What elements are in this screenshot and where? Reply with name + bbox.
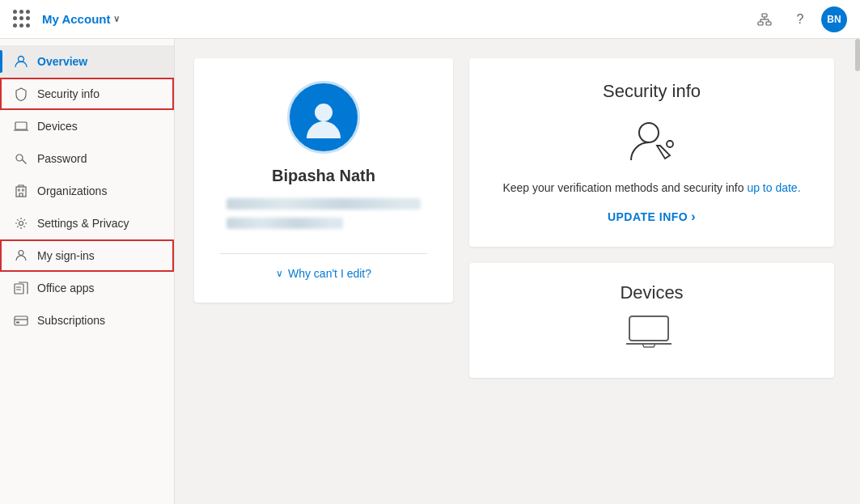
person-icon [13,53,29,70]
user-avatar-button[interactable]: BN [821,6,847,32]
sidebar-label-devices: Devices [37,120,78,133]
why-cant-edit-link[interactable]: ∨ Why can't I edit? [276,267,371,280]
blurred-email-line [227,198,421,210]
app-launcher-icon[interactable] [13,10,32,29]
sidebar-label-subscriptions: Subscriptions [37,314,105,327]
update-info-label: UPDATE INFO [608,210,688,223]
security-info-card: Security info Keep your verification met… [469,58,834,247]
svg-rect-18 [15,316,28,325]
sidebar-label-my-sign-ins: My sign-ins [37,249,95,262]
person-edit-icon [626,115,678,167]
devices-card-title: Devices [495,282,808,303]
chevron-down-icon: ∨ [113,14,120,24]
svg-rect-15 [15,284,23,294]
sidebar-item-overview[interactable]: Overview [0,45,174,78]
svg-rect-24 [629,316,668,341]
svg-rect-2 [766,22,771,25]
svg-point-21 [315,104,333,121]
scrollbar-thumb[interactable] [855,39,860,71]
profile-divider [220,253,427,254]
devices-icon-container [495,313,808,352]
profile-avatar [287,81,360,154]
help-button[interactable]: ? [786,5,815,34]
network-icon-button[interactable] [750,5,779,34]
profile-email-blurred [227,198,421,237]
header-title[interactable]: My Account ∨ [42,12,120,26]
svg-point-14 [19,251,23,256]
svg-rect-12 [23,189,24,191]
chevron-down-small-icon: ∨ [276,268,283,279]
scrollbar[interactable] [854,39,860,504]
why-link-text: Why can't I edit? [288,267,371,280]
sidebar-label-organizations: Organizations [37,184,107,197]
svg-point-13 [19,222,23,226]
svg-rect-0 [762,14,767,17]
sidebar: Overview Security info Devices [0,39,175,504]
security-info-description: Keep your verification methods and secur… [495,180,808,197]
main-layout: Overview Security info Devices [0,39,860,504]
security-info-icon-container [495,115,808,167]
sidebar-item-organizations[interactable]: Organizations [0,175,174,207]
settings-icon [13,215,29,231]
question-icon: ? [797,12,804,27]
shield-icon [13,86,29,102]
sidebar-label-security-info: Security info [37,87,100,100]
profile-name: Bipasha Nath [272,167,375,185]
sidebar-item-devices[interactable]: Devices [0,110,174,142]
sidebar-item-subscriptions[interactable]: Subscriptions [0,304,174,337]
right-cards-column: Security info Keep your verification met… [469,58,834,378]
profile-card: Bipasha Nath ∨ Why can't I edit? [194,58,453,303]
svg-point-22 [639,123,659,142]
key-icon [13,150,29,167]
sidebar-item-my-sign-ins[interactable]: My sign-ins [0,239,174,272]
header-title-text: My Account [42,12,110,26]
laptop-devices-icon [626,313,678,352]
svg-point-9 [16,155,23,161]
card-icon [13,312,29,328]
sidebar-label-settings-privacy: Settings & Privacy [37,217,129,230]
svg-rect-10 [16,187,26,197]
devices-card: Devices [469,263,834,378]
blurred-info-line [227,218,343,229]
svg-point-23 [667,141,673,147]
building-icon [13,183,29,199]
sidebar-label-overview: Overview [37,55,87,68]
sidebar-label-office-apps: Office apps [37,282,95,294]
avatar-initials: BN [827,14,841,25]
header: My Account ∨ ? BN [0,0,860,39]
sidebar-label-password: Password [37,152,87,165]
person-shield-icon [13,248,29,264]
svg-rect-1 [758,22,763,25]
update-info-link[interactable]: UPDATE INFO › [495,210,808,224]
laptop-icon [13,118,29,134]
sidebar-item-settings-privacy[interactable]: Settings & Privacy [0,207,174,239]
svg-rect-20 [16,322,19,324]
office-icon [13,280,29,296]
sidebar-item-password[interactable]: Password [0,142,174,175]
sidebar-item-security-info[interactable]: Security info [0,78,174,110]
sidebar-item-office-apps[interactable]: Office apps [0,272,174,304]
content-area: Bipasha Nath ∨ Why can't I edit? Securit… [175,39,854,504]
arrow-right-icon: › [691,210,696,224]
svg-rect-8 [15,122,27,129]
security-info-card-title: Security info [495,81,808,102]
svg-rect-11 [19,189,20,191]
